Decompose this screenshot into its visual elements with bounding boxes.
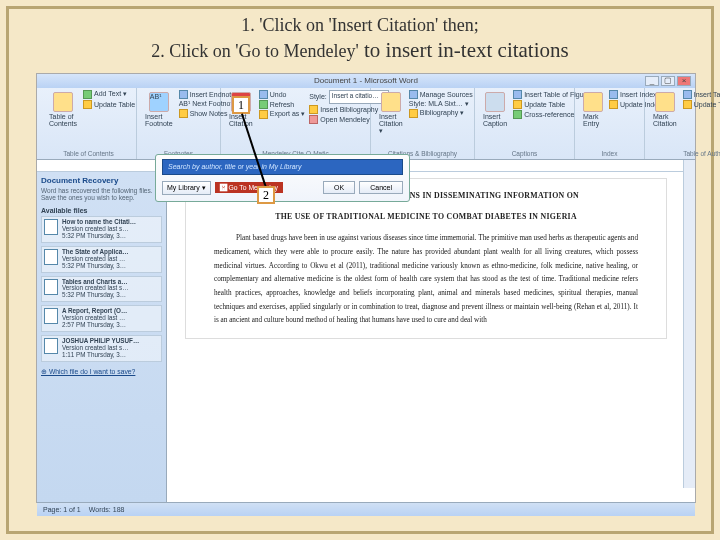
which-file-link[interactable]: ⊕ Which file do I want to save? xyxy=(41,368,162,376)
recovered-file-item[interactable]: The State of Applica…Version created las… xyxy=(41,246,162,273)
cancel-button[interactable]: Cancel xyxy=(359,181,403,194)
document-area[interactable]: THE ROLE OF HEALTH LIBRARIANS IN DISSEMI… xyxy=(167,172,695,502)
callout-1: 1 xyxy=(232,96,250,114)
ok-button[interactable]: OK xyxy=(323,181,355,194)
instruction-title: 1. 'Click on 'Insert Citation' then; 2. … xyxy=(36,14,684,65)
recovered-file-item[interactable]: JOSHUA PHILIP YUSUF…Version created last… xyxy=(41,335,162,362)
recovered-file-item[interactable]: A Report, Report (O…Version created last… xyxy=(41,305,162,332)
file-icon xyxy=(44,308,58,324)
recovered-file-item[interactable]: How to name the Citati…Version created l… xyxy=(41,216,162,243)
citation-search-input[interactable]: Search by author, title or year in My Li… xyxy=(162,159,403,175)
close-button[interactable]: × xyxy=(677,76,691,86)
file-icon xyxy=(44,338,58,354)
file-icon xyxy=(44,219,58,235)
file-icon xyxy=(44,279,58,295)
library-select[interactable]: My Library ▾ xyxy=(162,181,211,195)
window-titlebar: Document 1 - Microsoft Word _ ▢ × xyxy=(37,74,695,88)
toc-button[interactable]: Table of Contents xyxy=(45,90,81,129)
word-insert-citation-button[interactable]: Insert Citation ▾ xyxy=(375,90,407,137)
status-bar: Page: 1 of 1Words: 188 xyxy=(37,502,695,516)
recovered-file-item[interactable]: Tables and Charts a…Version created last… xyxy=(41,276,162,303)
word-window: Document 1 - Microsoft Word _ ▢ × Table … xyxy=(36,73,696,503)
callout-2: 2 xyxy=(257,186,275,204)
doc-recovery-pane: Document Recovery Word has recovered the… xyxy=(37,172,167,502)
insert-footnote-button[interactable]: AB¹InsertFootnote xyxy=(141,90,177,129)
add-text-button[interactable]: Add Text ▾ xyxy=(83,90,135,99)
mendeley-citation-popup: Search by author, title or year in My Li… xyxy=(155,154,410,202)
update-table-button[interactable]: Update Table xyxy=(83,100,135,109)
maximize-button[interactable]: ▢ xyxy=(661,76,675,86)
file-icon xyxy=(44,249,58,265)
ribbon: Table of Contents Add Text ▾ Update Tabl… xyxy=(37,88,695,160)
minimize-button[interactable]: _ xyxy=(645,76,659,86)
vertical-scrollbar[interactable] xyxy=(683,160,695,488)
